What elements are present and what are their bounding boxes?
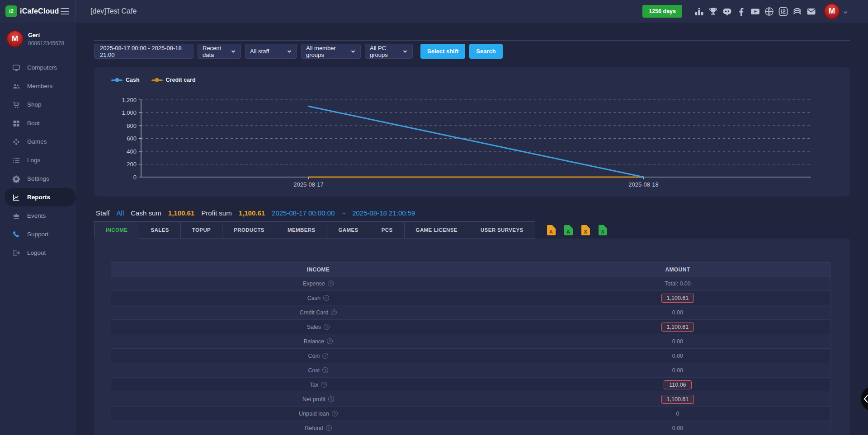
help-icon[interactable] — [323, 295, 329, 301]
sidebar: M Geri 008612345678 ComputersMembersShop… — [0, 23, 76, 435]
row-label: Unpaid loan — [299, 411, 329, 417]
row-label: Expense — [303, 281, 325, 287]
discord-icon[interactable] — [722, 6, 732, 17]
export-excel-green-icon[interactable]: X — [599, 225, 607, 235]
row-amount: 0.00 — [672, 353, 683, 359]
svg-text:600: 600 — [127, 135, 137, 142]
row-amount: 0.00 — [672, 367, 683, 374]
recent-data-select[interactable]: Recent data — [198, 44, 241, 59]
legend-item[interactable]: Cash — [111, 77, 140, 83]
help-icon[interactable] — [321, 382, 327, 388]
help-icon[interactable] — [326, 425, 332, 431]
dots-icon — [12, 138, 20, 146]
sidebar-item-computers[interactable]: Computers — [0, 58, 76, 77]
icafecloud-icon[interactable] — [778, 6, 788, 17]
table-row: Net profit1,100.61 — [111, 392, 830, 407]
brand-name: iCafeCloud — [20, 7, 59, 15]
tab-sales[interactable]: SALES — [139, 221, 180, 239]
help-icon[interactable] — [328, 281, 334, 286]
filter-toolbar: 2025-08-17 00:00 - 2025-08-18 21:00 Rece… — [94, 44, 503, 59]
tab-income[interactable]: INCOME — [94, 221, 139, 239]
tab-games[interactable]: GAMES — [327, 221, 370, 239]
sidebar-item-games[interactable]: Games — [0, 132, 76, 151]
row-amount: 0 — [676, 411, 679, 417]
brand[interactable]: i2 iCafeCloud — [5, 5, 59, 17]
tab-game-license[interactable]: GAME LICENSE — [405, 221, 469, 239]
period-end[interactable]: 2025-08-18 21:00:59 — [352, 209, 415, 217]
date-range-input[interactable]: 2025-08-17 00:00 - 2025-08-18 21:00 — [94, 44, 193, 59]
ranking-icon[interactable] — [694, 6, 704, 17]
sidebar-item-boot[interactable]: Boot — [0, 114, 76, 132]
help-icon[interactable] — [327, 338, 333, 344]
row-label: Net profit — [302, 396, 326, 402]
pc-group-select[interactable]: All PC groups — [365, 44, 413, 59]
topbar-brand-area: i2 iCafeCloud — [0, 0, 76, 23]
sidebar-item-support[interactable]: Support — [0, 225, 76, 243]
period-start[interactable]: 2025-08-17 00:00:00 — [272, 209, 335, 217]
staff-label: Staff — [96, 209, 110, 217]
sidebar-menu: ComputersMembersShopBootGamesLogsSetting… — [0, 58, 76, 262]
help-icon[interactable] — [332, 411, 338, 416]
chart-panel: CashCredit card 02004006008001,0001,2002… — [94, 67, 850, 196]
row-label: Sales — [307, 324, 321, 330]
tab-user-surveys[interactable]: USER SURVEYS — [469, 221, 535, 239]
sidebar-item-label: Shop — [27, 101, 42, 108]
export-excel-yellow-icon[interactable]: X — [581, 225, 590, 235]
mail-icon[interactable] — [806, 6, 816, 17]
monitor-icon — [12, 64, 20, 72]
chevron-down-icon[interactable] — [843, 9, 848, 14]
sidebar-item-label: Support — [27, 231, 48, 238]
sidebar-item-label: Logout — [27, 249, 46, 256]
help-icon[interactable] — [322, 367, 328, 373]
help-icon[interactable] — [322, 353, 328, 359]
user-avatar[interactable]: M — [824, 3, 840, 19]
staff-select[interactable]: All staff — [245, 44, 297, 59]
income-table: INCOME AMOUNT ExpenseTotal: 0.00Cash1,10… — [111, 262, 830, 435]
help-icon[interactable] — [331, 309, 337, 315]
export-pdf-yellow-icon[interactable]: A — [547, 225, 556, 235]
staff-value[interactable]: All — [117, 209, 124, 217]
waves-icon[interactable] — [792, 6, 802, 17]
sidebar-item-label: Games — [27, 138, 47, 145]
help-icon[interactable] — [324, 324, 330, 330]
globe-icon[interactable] — [764, 6, 774, 17]
legend-marker — [111, 80, 123, 81]
trophy-icon[interactable] — [708, 6, 718, 17]
help-icon[interactable] — [328, 396, 334, 402]
sidebar-user[interactable]: M Geri 008612345678 — [0, 23, 76, 47]
tab-members[interactable]: MEMBERS — [276, 221, 327, 239]
row-amount: 0.00 — [672, 338, 683, 345]
table-row: Tax110.06 — [111, 378, 830, 392]
export-buttons: AAXX — [547, 225, 607, 235]
export-pdf-green-icon[interactable]: A — [564, 225, 573, 235]
tab-products[interactable]: PRODUCTS — [222, 221, 276, 239]
sidebar-item-members[interactable]: Members — [0, 77, 76, 95]
report-tabs: INCOMESALESTOPUPPRODUCTSMEMBERSGAMESPCSG… — [94, 221, 535, 239]
windows-icon — [12, 119, 20, 127]
topbar: i2 iCafeCloud [dev]Test Cafe 1256 days M — [0, 0, 868, 23]
sidebar-item-settings[interactable]: Settings — [0, 169, 76, 188]
table-row: ExpenseTotal: 0.00 — [111, 276, 830, 291]
sidebar-item-logs[interactable]: Logs — [0, 151, 76, 169]
svg-text:1,000: 1,000 — [122, 109, 137, 116]
search-button[interactable]: Search — [469, 44, 502, 59]
table-row: Sales1,100.61 — [111, 320, 830, 334]
tab-topup[interactable]: TOPUP — [181, 221, 222, 239]
days-badge[interactable]: 1256 days — [642, 5, 682, 18]
select-shift-button[interactable]: Select shift — [420, 44, 465, 59]
legend-item[interactable]: Credit card — [151, 77, 196, 83]
member-group-select[interactable]: All member groups — [301, 44, 361, 59]
svg-text:2025-08-17: 2025-08-17 — [293, 181, 324, 188]
tab-pcs[interactable]: PCS — [370, 221, 405, 239]
hamburger-menu-icon[interactable] — [61, 8, 69, 14]
main-content: 2025-08-17 00:00 - 2025-08-18 21:00 Rece… — [76, 23, 868, 435]
svg-text:400: 400 — [127, 148, 137, 155]
youtube-icon[interactable] — [750, 6, 760, 17]
sidebar-item-shop[interactable]: Shop — [0, 95, 76, 114]
sidebar-item-events[interactable]: Events — [0, 206, 76, 225]
sidebar-item-logout[interactable]: Logout — [0, 243, 76, 262]
select-value: All PC groups — [370, 45, 399, 58]
sidebar-item-reports[interactable]: Reports — [5, 188, 76, 206]
sidebar-item-label: Settings — [27, 175, 49, 182]
facebook-icon[interactable] — [736, 6, 746, 17]
